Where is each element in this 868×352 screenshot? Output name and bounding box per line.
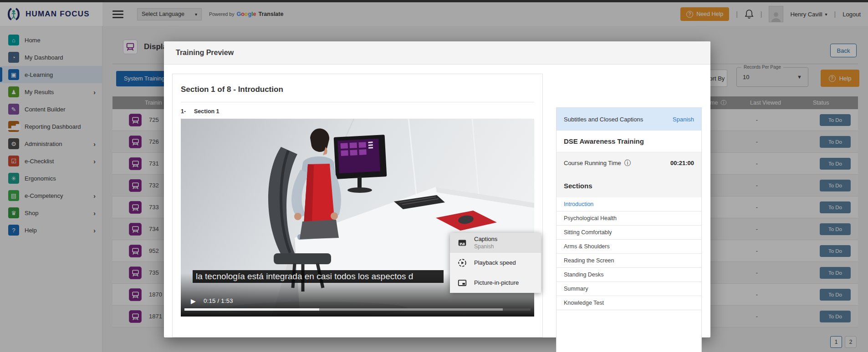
course-running-time-row: Course Running Time ⓘ 00:21:00 xyxy=(557,152,701,174)
menu-item-icon xyxy=(457,258,467,268)
video-time: 0:15 / 1:53 xyxy=(204,297,233,304)
running-time-value: 00:21:00 xyxy=(670,160,694,166)
section-list-item[interactable]: Psychological Health xyxy=(557,211,701,226)
modal-body: Section 1 of 8 - Introduction 1-Section … xyxy=(164,65,710,337)
section-list-item[interactable]: Introduction xyxy=(557,197,701,211)
subtitles-label: Subtitles and Closed Captions xyxy=(564,116,643,123)
section-heading: Section 1 of 8 - Introduction xyxy=(181,85,534,94)
video-context-menu: Captions Spanish Playback speed Picture-… xyxy=(450,233,541,293)
section-divider xyxy=(181,102,534,102)
course-title: DSE Awareness Training xyxy=(557,131,701,152)
section-list-item[interactable]: Sitting Comfortably xyxy=(557,226,701,240)
menu-item-label: Picture-in-picture xyxy=(474,279,519,287)
menu-item-label: Captions xyxy=(474,236,497,243)
info-icon[interactable]: ⓘ xyxy=(624,159,631,167)
section-list-item[interactable]: Summary xyxy=(557,282,701,296)
section-list-item[interactable]: Standing Desks xyxy=(557,268,701,282)
section-item-number: 1- xyxy=(181,108,194,115)
menu-item-icon xyxy=(457,278,467,288)
menu-item-icon xyxy=(457,238,467,248)
modal-title: Training Preview xyxy=(164,41,710,65)
play-button[interactable]: ▶ xyxy=(191,297,196,305)
progress-played xyxy=(184,308,319,311)
section-list-item[interactable]: Arms & Shoulders xyxy=(557,240,701,254)
sections-list: Introduction Psychological Health Sittin… xyxy=(557,197,701,310)
section-list-item[interactable]: Knowledge Test xyxy=(557,296,701,310)
training-preview-modal: Training Preview Section 1 of 8 - Introd… xyxy=(164,41,710,337)
subtitles-language-link[interactable]: Spanish xyxy=(673,116,694,123)
running-time-label: Course Running Time xyxy=(564,160,621,166)
captions-icon[interactable]: Captions Spanish xyxy=(450,233,541,253)
picture-in-picture-icon[interactable]: Picture-in-picture xyxy=(450,273,541,293)
sections-heading: Sections xyxy=(557,174,701,197)
menu-item-sublabel: Spanish xyxy=(474,243,497,250)
section-item-label: 1-Section 1 xyxy=(181,108,534,115)
course-info-panel: Subtitles and Closed Captions Spanish DS… xyxy=(556,107,702,352)
app-root: HUMAN FOCUS Select Language ▾ Powered by… xyxy=(0,0,868,352)
menu-item-label: Playback speed xyxy=(474,259,516,267)
video-progress-bar[interactable] xyxy=(184,308,531,311)
playback-speed-icon[interactable]: Playback speed xyxy=(450,253,541,273)
section-list-item[interactable]: Reading the Screen xyxy=(557,254,701,268)
section-player-card: Section 1 of 8 - Introduction 1-Section … xyxy=(172,74,543,337)
subtitles-setting-row: Subtitles and Closed Captions Spanish xyxy=(557,108,701,131)
